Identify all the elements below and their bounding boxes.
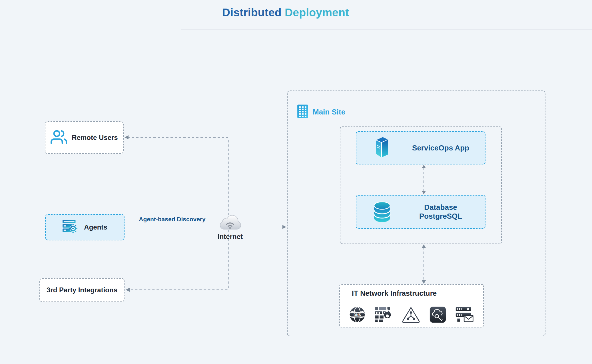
page-title-part2: Deployment: [282, 6, 349, 19]
main-site-label: Main Site: [313, 108, 345, 116]
it-infrastructure-label: IT Network Infrastructure: [352, 289, 437, 297]
agents-label: Agents: [84, 223, 107, 231]
remote-users-label: Remote Users: [72, 134, 118, 142]
network-warning-triangle-icon: [402, 306, 420, 323]
third-party-integrations-node: 3rd Party Integrations: [39, 278, 125, 302]
distributed-deployment-diagram: Distributed Deployment Remote Users: [0, 0, 592, 364]
serviceops-app-label: ServiceOps App: [408, 144, 485, 152]
arrowhead-into-remote-users: [125, 135, 129, 139]
it-infrastructure-icons: DNS: [344, 305, 479, 324]
remote-users-node: Remote Users: [45, 121, 124, 154]
dns-globe-icon: DNS: [349, 306, 366, 323]
page-title: Distributed Deployment: [222, 6, 349, 19]
server-gear-icon: [62, 220, 78, 235]
users-icon: [51, 129, 67, 146]
arrowhead-into-main-site: [282, 225, 286, 229]
header-divider: [181, 29, 592, 30]
agents-node: Agents: [45, 214, 125, 240]
firewall-flame-icon: [375, 307, 392, 323]
it-infrastructure-box: IT Network Infrastructure DNS: [339, 284, 484, 327]
agent-based-discovery-label: Agent-based Discovery: [139, 216, 205, 223]
third-party-label: 3rd Party Integrations: [47, 286, 117, 294]
cloud-key-icon: [430, 306, 446, 323]
main-site-header: Main Site: [297, 104, 345, 120]
mail-server-icon: [455, 306, 474, 323]
remote-thirdparty-internet-line: [128, 137, 229, 290]
dns-text: DNS: [354, 313, 361, 317]
database-cylinder-icon: [356, 201, 408, 223]
page-title-part1: Distributed: [222, 6, 282, 19]
arrowhead-into-third-party: [126, 288, 130, 292]
database-node: Database PostgreSQL: [356, 195, 485, 229]
cloud-wifi-icon: [216, 212, 244, 233]
building-icon: [297, 104, 308, 120]
database-label: Database PostgreSQL: [408, 203, 485, 221]
server-tower-icon: [356, 135, 408, 160]
internet-label: Internet: [218, 233, 243, 241]
serviceops-app-node: ServiceOps App: [356, 131, 485, 164]
